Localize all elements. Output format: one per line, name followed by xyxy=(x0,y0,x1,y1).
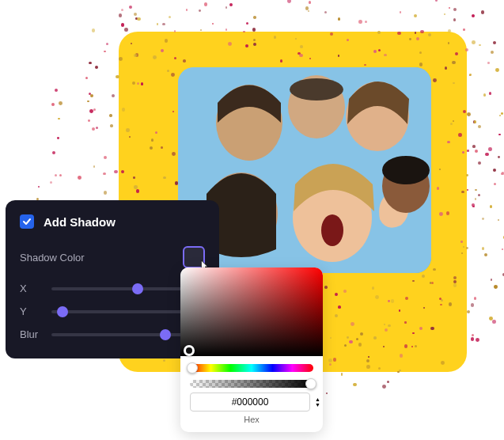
hue-thumb[interactable] xyxy=(187,362,198,374)
panel-title: Add Shadow xyxy=(44,215,116,229)
svg-point-3 xyxy=(290,78,343,101)
color-picker: ▲ ▼ Hex xyxy=(180,267,323,432)
slider-x-thumb[interactable] xyxy=(132,283,143,294)
chevron-down-icon: ▼ xyxy=(315,402,320,408)
chevron-up-icon: ▲ xyxy=(315,396,320,402)
svg-point-9 xyxy=(382,156,430,184)
slider-label-x: X xyxy=(20,283,42,294)
shadow-color-label: Shadow Color xyxy=(20,252,85,264)
slider-blur-thumb[interactable] xyxy=(160,329,171,340)
add-shadow-checkbox[interactable] xyxy=(20,214,34,229)
shadow-color-swatch[interactable] xyxy=(183,246,205,268)
saturation-value-area[interactable] xyxy=(180,267,323,356)
hex-input[interactable] xyxy=(190,393,310,412)
alpha-slider[interactable] xyxy=(190,380,313,388)
format-stepper[interactable]: ▲ ▼ xyxy=(315,396,320,408)
hue-slider[interactable] xyxy=(190,364,313,372)
slider-label-blur: Blur xyxy=(20,328,42,340)
format-label: Hex xyxy=(180,415,323,424)
alpha-thumb[interactable] xyxy=(305,378,316,389)
sv-thumb[interactable] xyxy=(184,345,195,356)
slider-y-thumb[interactable] xyxy=(57,306,68,317)
slider-label-y: Y xyxy=(20,305,42,317)
